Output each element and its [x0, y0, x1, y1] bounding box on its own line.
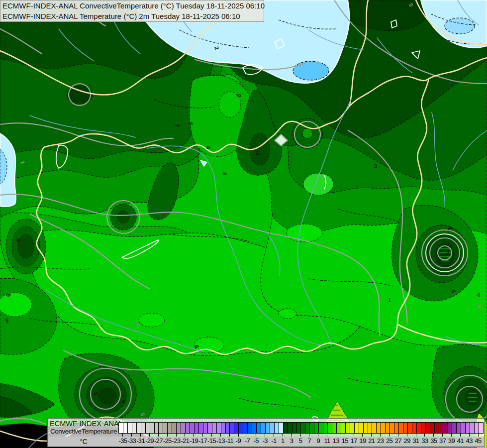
bright-spot-1: [287, 224, 322, 242]
colorbar-cell: [195, 423, 199, 433]
colorbar-cell: [421, 423, 426, 433]
colorbar-cell: [435, 423, 439, 433]
tick-label: -33: [127, 437, 136, 445]
colorbar-cell: [466, 423, 470, 433]
tick-mark: [433, 433, 434, 437]
tick-label: -29: [145, 437, 154, 445]
colorbar-cell: [372, 423, 377, 433]
tick-label: -31: [136, 437, 145, 445]
colorbar-cell: [337, 423, 341, 433]
colorbar-cell: [443, 423, 448, 433]
colorbar-cell: [430, 423, 435, 433]
colorbar-cell: [359, 423, 364, 433]
tick-mark: [460, 433, 461, 437]
tick-mark: [389, 433, 390, 437]
tick-label: -27: [154, 437, 163, 445]
legend-ticks: [118, 433, 483, 437]
colorbar-cell: [155, 423, 159, 433]
colorbar-cell: [305, 423, 310, 433]
colorbar-cell: [426, 423, 430, 433]
colorbar-cell: [386, 423, 390, 433]
tick-label: 3: [290, 437, 293, 445]
bright-spot-2: [139, 313, 165, 327]
colorbar-cell: [186, 423, 190, 433]
legend-tick-labels: -35-33-31-29-27-25-23-21-19-17-15-13-11-…: [118, 437, 483, 446]
colorbar-cell: [159, 423, 163, 433]
colorbar-cell: [275, 423, 279, 433]
contour-label: 5: [5, 318, 8, 324]
colorbar-cell: [461, 423, 466, 433]
tick-label: -5: [254, 437, 259, 445]
tick-mark: [256, 433, 256, 437]
tick-label: 35: [430, 437, 437, 445]
tick-mark: [292, 433, 292, 437]
tick-label: -11: [225, 437, 233, 445]
sw-bullseye-core: [98, 388, 116, 404]
colorbar-cell: [399, 423, 403, 433]
colorbar-cell: [412, 423, 417, 433]
colorbar-cell: [439, 423, 444, 433]
colorbar-cell: [319, 423, 323, 433]
tick-mark: [398, 433, 398, 437]
colorbar-cell: [128, 423, 132, 433]
colorbar-cell: [181, 423, 186, 433]
tick-mark: [300, 433, 301, 437]
tick-mark: [371, 433, 372, 437]
colorbar-cell: [212, 423, 217, 433]
colorbar-cell: [132, 423, 137, 433]
contour-label: 4: [122, 399, 125, 405]
colorbar-cell: [452, 423, 457, 433]
legend-unit-label: °C: [50, 438, 117, 446]
tick-mark: [158, 433, 159, 437]
legend-colorbar: [118, 422, 484, 434]
colorbar-cell: [203, 423, 208, 433]
colorbar-cell: [239, 423, 243, 433]
colorbar-cell: [341, 423, 346, 433]
tick-label: -21: [181, 437, 189, 445]
tick-label: 9: [316, 437, 320, 445]
title-line-2: ECMWF-INDEX-ANAL Temperature (°C) 2m Tue…: [0, 11, 264, 21]
tick-mark: [336, 433, 336, 437]
tick-label: 5: [299, 437, 302, 445]
contour-label: 4: [477, 292, 481, 298]
tick-mark: [122, 433, 123, 437]
colorbar-cell: [332, 423, 337, 433]
tick-mark: [220, 433, 221, 437]
colorbar-cell: [284, 423, 288, 433]
colorbar-cell: [172, 423, 177, 433]
tick-label: 19: [359, 437, 366, 445]
weather-map-screen: 5264557235463446950241543 ECMWF-INDEX-AN…: [0, 0, 487, 448]
tick-mark: [202, 433, 203, 437]
colorbar-cell: [199, 423, 203, 433]
colorbar-cell: [279, 423, 284, 433]
tick-label: 1: [281, 437, 285, 445]
tick-mark: [380, 433, 381, 437]
colorbar-cell: [230, 423, 234, 433]
colorbar-cell: [470, 423, 475, 433]
dark-blob-a-core: [117, 211, 129, 223]
colorbar-cell: [301, 423, 305, 433]
colorbar-cell: [150, 423, 155, 433]
tick-label: 45: [475, 437, 481, 445]
tick-label: 41: [457, 437, 464, 445]
colorbar-cell: [141, 423, 146, 433]
colorbar-cell: [390, 423, 394, 433]
colorbar-cell: [163, 423, 168, 433]
colorbar-cell: [243, 423, 248, 433]
colorbar-cell: [408, 423, 412, 433]
tick-mark: [362, 433, 363, 437]
tick-label: 11: [324, 437, 330, 445]
colorbar-cell: [266, 423, 270, 433]
tick-label: 25: [386, 437, 392, 445]
colorbar-cell: [403, 423, 408, 433]
tick-label: -1: [271, 437, 276, 445]
tick-mark: [185, 433, 185, 437]
colorbar-cell: [288, 423, 292, 433]
colorbar-cell: [350, 423, 355, 433]
title-line-1: ECMWF-INDEX-ANAL ConvectiveTemperature (…: [0, 0, 264, 11]
tick-mark: [238, 433, 239, 437]
tick-label: -17: [198, 437, 207, 445]
colorbar-cell: [368, 423, 373, 433]
colorbar-cell: [248, 423, 252, 433]
tick-mark: [274, 433, 274, 437]
